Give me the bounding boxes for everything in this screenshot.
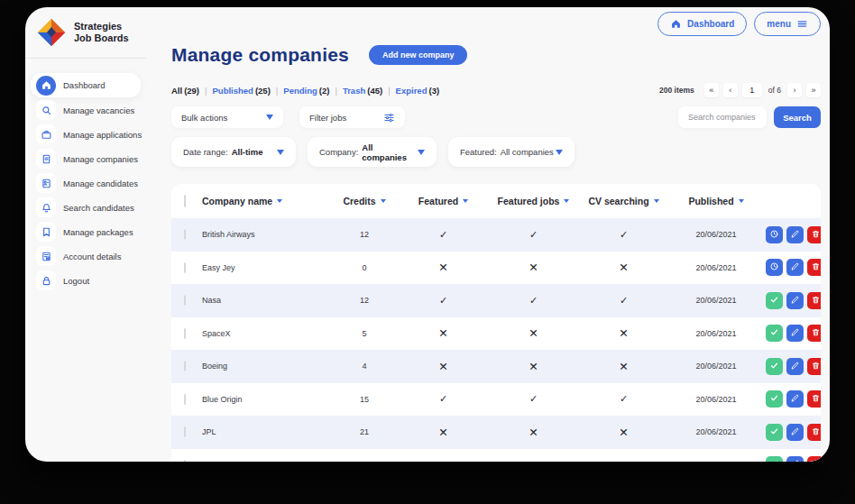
featured-label: Featured: [460, 147, 497, 157]
delete-button[interactable] [807, 424, 821, 441]
document-check-icon [36, 246, 56, 266]
column-header-featured[interactable]: Featured [400, 196, 486, 206]
sidebar-item-manage-companies[interactable]: Manage companies [31, 147, 141, 170]
approve-button[interactable] [766, 292, 783, 309]
sidebar-item-account-details[interactable]: Account details [31, 244, 141, 268]
edit-button[interactable] [786, 456, 804, 462]
table-row [171, 449, 821, 463]
sidebar-item-label: Manage vacancies [63, 105, 134, 115]
approve-button[interactable] [766, 424, 783, 441]
cross-mark: ✕ [619, 261, 628, 274]
topbar-menu-button[interactable]: menu [754, 12, 821, 36]
table-row: JPL 21 ✕ ✕ ✕ 20/06/2021 [171, 416, 821, 449]
tab-published[interactable]: Published(25) [213, 86, 271, 96]
tab-count: (3) [428, 86, 439, 96]
edit-button[interactable] [786, 292, 804, 309]
delete-button[interactable] [807, 259, 821, 276]
search-input[interactable] [678, 106, 767, 128]
sidebar-item-manage-packages[interactable]: Manage packages [31, 220, 141, 243]
row-checkbox[interactable] [184, 394, 186, 405]
search-area: Search [678, 106, 821, 128]
sidebar-item-search-candidates[interactable]: Search candidates [31, 196, 141, 219]
trash-icon [811, 228, 821, 242]
sidebar-item-manage-candidates[interactable]: Manage candidates [31, 171, 141, 195]
column-header-published[interactable]: Published [667, 196, 766, 206]
edit-button[interactable] [786, 390, 804, 408]
approve-button[interactable] [766, 325, 783, 342]
credits-cell: 15 [328, 395, 400, 404]
approve-button[interactable] [766, 456, 783, 462]
date-range-dropdown[interactable]: Date range: All-time [171, 137, 296, 167]
check-icon [769, 360, 779, 373]
sidebar-item-manage-applications[interactable]: Manage applications [31, 123, 141, 146]
pending-clock-button[interactable] [766, 226, 783, 243]
filter-jobs-button[interactable]: Filter jobs [299, 106, 405, 128]
featured-dropdown[interactable]: Featured: All companies [448, 137, 575, 167]
brand-logo-row[interactable]: Strategies Job Boards [25, 7, 146, 56]
cross-mark: ✕ [438, 327, 447, 340]
first-page-button[interactable]: « [704, 83, 719, 97]
row-checkbox[interactable] [184, 328, 186, 339]
sort-caret-icon [654, 199, 659, 203]
bulk-actions-dropdown[interactable]: Bulk actions [171, 106, 283, 128]
row-checkbox[interactable] [184, 295, 186, 306]
row-checkbox[interactable] [184, 262, 186, 273]
search-button[interactable]: Search [774, 106, 821, 128]
table-row: British Airways 12 ✓ ✓ ✓ 20/06/2021 [171, 218, 821, 252]
cross-mark: ✕ [529, 361, 538, 373]
company-dropdown[interactable]: Company: All companies [308, 137, 437, 167]
tab-trash[interactable]: Trash(45) [343, 86, 382, 96]
tab-all[interactable]: All(29) [171, 86, 199, 96]
edit-button[interactable] [786, 226, 804, 243]
featured-jobs-cell: ✕ [486, 261, 581, 274]
published-cell: 20/06/2021 [667, 395, 766, 404]
edit-button[interactable] [786, 325, 804, 342]
table-body: British Airways 12 ✓ ✓ ✓ 20/06/2021 Easy… [171, 218, 821, 462]
cross-mark: ✕ [438, 426, 447, 439]
sidebar-item-dashboard[interactable]: Dashboard [31, 73, 141, 97]
credits-cell: 5 [328, 329, 400, 338]
edit-button[interactable] [786, 259, 804, 276]
row-checkbox[interactable] [184, 460, 186, 462]
check-mark: ✓ [529, 229, 538, 240]
featured-jobs-cell: ✓ [486, 393, 581, 405]
edit-button[interactable] [786, 424, 804, 441]
prev-page-button[interactable]: ‹ [723, 83, 738, 97]
approve-button[interactable] [766, 390, 783, 408]
delete-button[interactable] [807, 226, 821, 243]
featured-cell: ✕ [400, 261, 486, 274]
home-icon [670, 18, 682, 30]
cv-searching-cell: ✕ [581, 326, 667, 340]
column-header-company-name[interactable]: Company name [202, 196, 328, 206]
sidebar-item-label: Manage companies [63, 154, 138, 164]
delete-button[interactable] [807, 292, 821, 309]
table-row: SpaceX 5 ✕ ✕ ✕ 20/06/2021 [171, 317, 821, 351]
tab-expired[interactable]: Expired(3) [396, 86, 439, 96]
document-icon [36, 149, 56, 169]
row-actions [766, 358, 821, 375]
sidebar-item-manage-vacancies[interactable]: Manage vacancies [31, 98, 141, 122]
column-header-credits[interactable]: Credits [328, 196, 400, 206]
next-page-button[interactable]: › [787, 83, 802, 97]
row-checkbox[interactable] [184, 426, 186, 437]
pending-clock-button[interactable] [766, 259, 783, 276]
row-checkbox[interactable] [184, 361, 186, 371]
delete-button[interactable] [807, 325, 821, 342]
row-checkbox[interactable] [184, 229, 186, 240]
row-actions [766, 424, 821, 441]
column-header-featured-jobs[interactable]: Featured jobs [486, 196, 581, 206]
delete-button[interactable] [807, 390, 821, 408]
delete-button[interactable] [807, 456, 821, 462]
last-page-button[interactable]: » [806, 83, 821, 97]
tab-pending[interactable]: Pending(2) [283, 86, 329, 96]
company-name-cell: Blue Origin [202, 395, 328, 404]
column-header-cv-searching[interactable]: CV searching [581, 196, 667, 206]
select-all-checkbox[interactable] [184, 195, 186, 207]
add-new-company-button[interactable]: Add new company [369, 45, 468, 65]
sidebar-item-logout[interactable]: Logout [31, 269, 141, 292]
approve-button[interactable] [766, 358, 783, 375]
topbar-dashboard-button[interactable]: Dashboard [657, 12, 747, 36]
edit-button[interactable] [786, 358, 804, 375]
delete-button[interactable] [807, 358, 821, 375]
company-name-cell: Boeing [202, 362, 328, 371]
